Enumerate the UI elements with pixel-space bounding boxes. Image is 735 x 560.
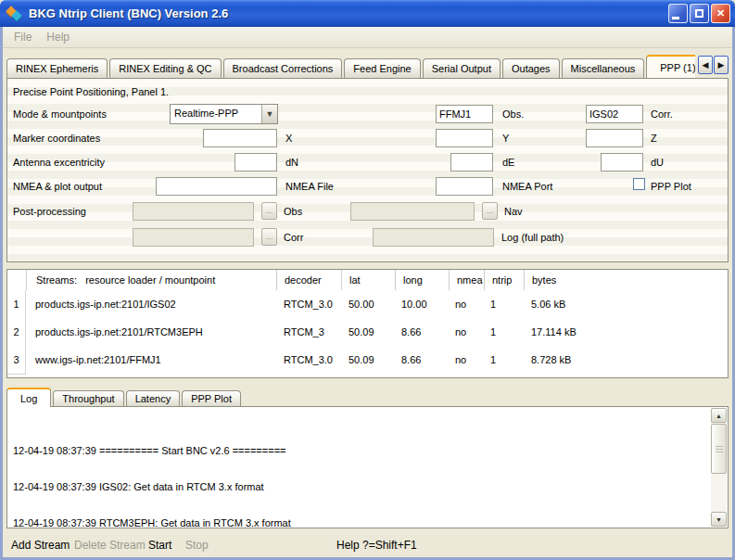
tab-outages[interactable]: Outages (502, 58, 560, 78)
tab-latency[interactable]: Latency (126, 390, 181, 406)
ppp-panel: Precise Point Positioning, Panel 1. Mode… (6, 78, 729, 262)
antenna-du-field[interactable] (601, 153, 643, 172)
streams-table: Streams: resource loader / mountpoint de… (6, 269, 729, 378)
scroll-up-button[interactable]: ▲ (711, 408, 727, 423)
nmea-port-label: NMEA Port (502, 181, 552, 192)
streams-header-num-stub (7, 270, 26, 290)
bottom-tab-bar: Log Throughput Latency PPP Plot (6, 386, 729, 406)
tab-rinex-ephemeris[interactable]: RINEX Ephemeris (6, 58, 108, 78)
post-nav-path-field (350, 202, 475, 221)
action-bar: Add Stream Delete Stream Start Stop Help… (3, 537, 732, 555)
nmea-port-field[interactable] (436, 177, 493, 196)
post-obs-browse-button: ... (261, 202, 277, 220)
tab-feed-engine[interactable]: Feed Engine (344, 58, 420, 78)
streams-header-row: Streams: resource loader / mountpoint de… (7, 270, 728, 290)
menu-help[interactable]: Help (39, 28, 77, 46)
ppp-plot-label: PPP Plot (651, 181, 691, 192)
antenna-dn-field[interactable] (234, 153, 277, 172)
minimize-icon (672, 17, 679, 19)
tab-broadcast-corrections[interactable]: Broadcast Corrections (223, 58, 343, 78)
stream-lat: 50.09 (341, 346, 395, 375)
tab-miscellaneous[interactable]: Miscellaneous (562, 58, 645, 78)
obs-mountpoint-field[interactable] (436, 105, 493, 123)
add-stream-button[interactable]: Add Stream (11, 539, 70, 552)
log-line: 12-04-19 08:37:39 IGS02: Get data in RTC… (13, 481, 707, 493)
corr-label: Corr. (651, 108, 673, 120)
corr-mountpoint-field[interactable] (586, 105, 643, 123)
scroll-down-button[interactable]: ▼ (711, 512, 727, 527)
tab-scroll-right-button[interactable]: ▶ (714, 56, 729, 74)
post-obs-path-field (133, 202, 254, 221)
post-log-label: Log (full path) (501, 232, 564, 243)
tab-throughput[interactable]: Throughput (53, 390, 123, 406)
antenna-excentricity-label: Antenna excentricity (13, 157, 105, 168)
stream-row-3[interactable]: 3 www.igs-ip.net:2101/FFMJ1 RTCM_3.0 50.… (7, 346, 728, 374)
bnc-window: BKG Ntrip Client (BNC) Version 2.6 ✕ Fil… (0, 0, 735, 560)
maximize-button[interactable] (690, 4, 709, 23)
dn-label: dN (285, 157, 298, 168)
tab-log[interactable]: Log (6, 388, 51, 407)
streams-header-long: long (395, 270, 449, 290)
stream-nmea: no (449, 290, 484, 319)
stream-decoder: RTCM_3.0 (276, 346, 341, 375)
tab-scroll-left-button[interactable]: ◀ (698, 56, 713, 74)
streams-header-lat: lat (341, 270, 395, 290)
z-label: Z (651, 133, 657, 144)
tab-scroll-right-icon: ▶ (718, 60, 725, 70)
tab-ppp-plot[interactable]: PPP Plot (182, 390, 241, 406)
stream-bytes: 17.114 kB (524, 318, 728, 347)
help-shortcut-label: Help ?=Shift+F1 (336, 539, 417, 552)
antenna-de-field[interactable] (450, 153, 493, 172)
streams-header-decoder: decoder (276, 270, 341, 290)
delete-stream-button: Delete Stream (74, 539, 146, 552)
stream-mountpoint: products.igs-ip.net:2101/RTCM3EPH (26, 318, 276, 347)
start-button[interactable]: Start (148, 539, 171, 552)
title-bar[interactable]: BKG Ntrip Client (BNC) Version 2.6 ✕ (0, 0, 735, 27)
scroll-up-icon: ▲ (716, 413, 722, 419)
marker-x-field[interactable] (203, 129, 277, 147)
log-line: 12-04-19 08:37:39 ========== Start BNC v… (13, 445, 707, 457)
row-number: 2 (7, 318, 26, 347)
marker-z-field[interactable] (586, 129, 643, 147)
log-vertical-scrollbar[interactable]: ▲ ▼ (711, 408, 727, 527)
panel-caption: Precise Point Positioning, Panel 1. (13, 86, 169, 97)
log-lines: 12-04-19 08:37:39 ========== Start BNC v… (13, 421, 707, 528)
stream-lat: 50.09 (341, 318, 395, 347)
stream-row-1[interactable]: 1 products.igs-ip.net:2101/IGS02 RTCM_3.… (7, 290, 728, 318)
post-obs-label: Obs (284, 206, 302, 217)
scrollbar-grip-icon (716, 446, 723, 453)
stream-bytes: 5.06 kB (524, 290, 728, 319)
log-output[interactable]: 12-04-19 08:37:39 ========== Start BNC v… (6, 406, 729, 528)
de-label: dE (502, 157, 514, 168)
tab-ppp-1[interactable]: PPP (1) (646, 55, 695, 78)
tab-serial-output[interactable]: Serial Output (423, 58, 501, 78)
close-icon: ✕ (716, 7, 725, 19)
stream-nmea: no (449, 346, 484, 375)
menu-file[interactable]: File (6, 28, 39, 46)
x-label: X (285, 133, 292, 144)
marker-coordinates-label: Marker coordinates (13, 133, 100, 144)
row-number: 3 (7, 346, 26, 375)
post-processing-label: Post-processing (13, 206, 86, 217)
stream-row-2[interactable]: 2 products.igs-ip.net:2101/RTCM3EPH RTCM… (7, 318, 728, 346)
scroll-down-icon: ▼ (716, 516, 722, 523)
minimize-button[interactable] (668, 4, 688, 23)
mode-combo[interactable]: Realtime-PPP ▼ (170, 104, 278, 124)
tab-scroll-left-icon: ◀ (703, 60, 709, 70)
marker-y-field[interactable] (436, 129, 493, 147)
post-corr-browse-button: ... (261, 228, 277, 246)
streams-header-ntrip: ntrip (484, 270, 524, 290)
chevron-down-icon[interactable]: ▼ (261, 105, 277, 123)
top-tab-bar: RINEX Ephemeris RINEX Editing & QC Broad… (6, 53, 695, 78)
scrollbar-thumb[interactable] (711, 424, 727, 474)
close-button[interactable]: ✕ (711, 4, 730, 23)
tab-rinex-editing-qc[interactable]: RINEX Editing & QC (109, 58, 221, 78)
nmea-file-label: NMEA File (285, 181, 334, 192)
post-nav-label: Nav (504, 206, 523, 217)
nmea-file-field[interactable] (156, 177, 277, 196)
menu-bar: File Help (3, 27, 732, 48)
log-line: 12-04-19 08:37:39 RTCM3EPH: Get data in … (13, 517, 707, 528)
bnc-app-icon (6, 6, 23, 21)
stream-lat: 50.00 (341, 290, 395, 319)
ppp-plot-checkbox[interactable] (633, 178, 645, 190)
